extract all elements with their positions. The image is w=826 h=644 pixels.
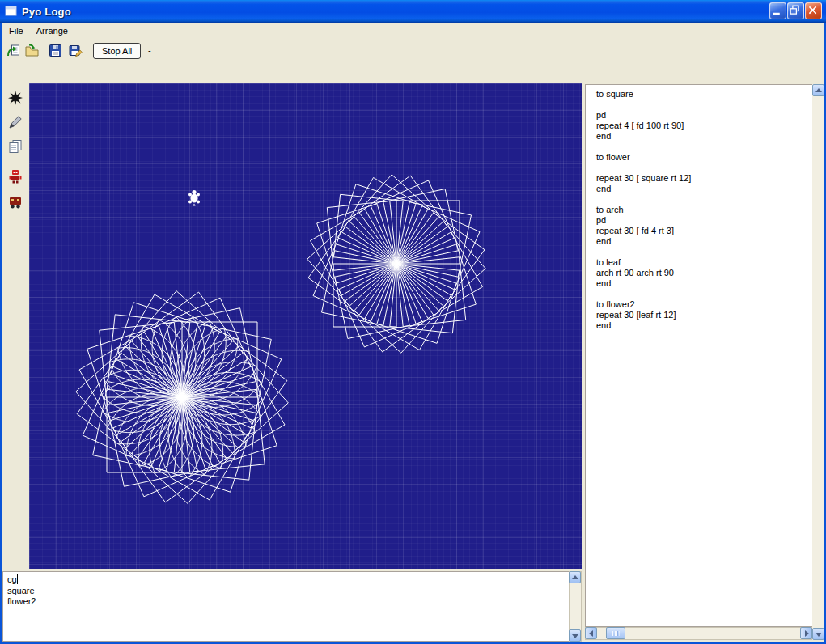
code-line: arch rt 90 arch rt 90 [596,268,809,278]
code-line: repeat 30 [leaf rt 12] [596,310,809,320]
scroll-left-button[interactable] [585,627,597,639]
command-line: flower2 [7,596,565,608]
code-line [596,194,809,205]
stop-all-button[interactable]: Stop All [93,43,141,59]
code-line [596,100,809,110]
toolbar: Stop All - [2,39,824,64]
minimize-button[interactable] [769,2,786,19]
menubar: File Arrange [2,23,824,39]
import-icon[interactable] [25,44,39,57]
turtle-stamp-icon[interactable] [8,91,23,105]
command-panel-scrollbar[interactable] [569,571,582,642]
code-line: to leaf [596,257,809,268]
turtle-canvas-svg [29,83,582,569]
scrollbar-thumb[interactable] [606,627,625,639]
scroll-right-button[interactable] [800,627,812,639]
code-line: to flower2 [596,299,809,310]
thumb-grip [612,631,620,636]
code-line: repeat 30 [ fd 4 rt 3] [596,226,809,236]
scroll-down-button[interactable] [812,628,824,640]
close-button[interactable] [805,2,822,19]
robot-cart-icon[interactable] [8,195,23,210]
code-panel-vertical-scrollbar[interactable] [812,84,824,640]
restore-icon [788,3,803,19]
code-panel[interactable]: to squarepdrepeat 4 [ fd 100 rt 90]endto… [585,84,812,627]
toolbar-dash: - [148,45,151,55]
save-as-icon[interactable] [69,44,83,57]
titlebar[interactable]: Pyo Logo [0,0,826,23]
code-line: repeat 30 [ square rt 12] [596,173,809,184]
robot-icon[interactable] [8,169,23,184]
code-line: repeat 4 [ fd 100 rt 90] [596,121,809,131]
app-icon [5,5,18,18]
command-panel[interactable]: cgsquareflower2 [2,571,569,642]
code-line [596,247,809,257]
menu-item-file[interactable]: File [2,24,30,37]
arrow-up-icon [815,88,822,92]
code-line [596,142,809,152]
code-line: end [596,278,809,289]
code-line: end [596,184,809,194]
code-line: to arch [596,205,809,215]
arrow-up-icon [572,575,578,579]
open-icon[interactable] [6,44,20,57]
window-title: Pyo Logo [22,6,71,18]
save-icon[interactable] [49,44,62,57]
code-line: to square [596,89,809,100]
menu-item-arrange[interactable]: Arrange [30,24,74,37]
code-line: to flower [596,152,809,163]
scroll-up-button[interactable] [812,84,824,96]
command-line: cg [7,574,565,586]
code-line [596,289,809,299]
command-line: square [7,586,565,597]
pen-icon[interactable] [8,115,23,129]
scroll-down-button[interactable] [569,629,581,642]
turtle-sprite [188,190,200,206]
minimize-icon [770,3,786,19]
text-caret [17,574,18,584]
arrow-down-icon [815,633,822,637]
arrow-right-icon [805,630,809,637]
code-line: end [596,320,809,331]
code-line [596,163,809,173]
restore-button[interactable] [787,2,804,19]
code-line: end [596,131,809,142]
close-icon [806,3,821,19]
turtle-canvas[interactable] [29,83,582,569]
code-line: pd [596,215,809,226]
code-line: end [596,236,809,247]
arrow-down-icon [572,634,578,638]
scroll-up-button[interactable] [569,571,581,583]
pages-icon[interactable] [8,139,23,154]
arrow-left-icon [589,630,593,637]
code-line: pd [596,110,809,121]
code-panel-horizontal-scrollbar[interactable] [585,627,812,640]
